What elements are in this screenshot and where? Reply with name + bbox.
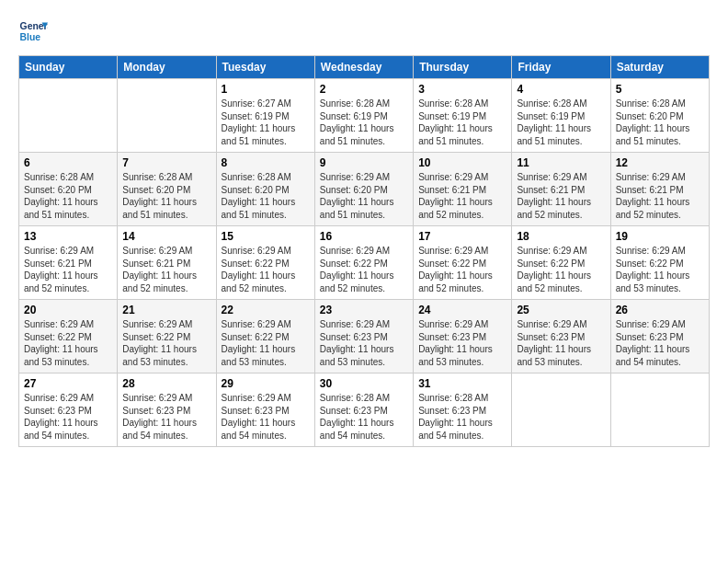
day-info: Sunrise: 6:28 AM Sunset: 6:19 PM Dayligh… <box>320 98 408 147</box>
day-cell: 13Sunrise: 6:29 AM Sunset: 6:21 PM Dayli… <box>19 226 118 300</box>
weekday-header-thursday: Thursday <box>414 56 512 79</box>
day-info: Sunrise: 6:29 AM Sunset: 6:20 PM Dayligh… <box>320 171 408 221</box>
day-cell <box>512 373 610 447</box>
day-info: Sunrise: 6:28 AM Sunset: 6:23 PM Dayligh… <box>320 392 408 442</box>
day-number: 19 <box>616 230 704 243</box>
day-cell: 3Sunrise: 6:28 AM Sunset: 6:19 PM Daylig… <box>414 79 512 153</box>
day-cell: 31Sunrise: 6:28 AM Sunset: 6:23 PM Dayli… <box>414 373 512 447</box>
day-number: 14 <box>122 230 210 243</box>
day-info: Sunrise: 6:29 AM Sunset: 6:23 PM Dayligh… <box>122 392 210 442</box>
day-info: Sunrise: 6:29 AM Sunset: 6:23 PM Dayligh… <box>517 318 605 368</box>
weekday-header-friday: Friday <box>512 56 610 79</box>
day-info: Sunrise: 6:29 AM Sunset: 6:23 PM Dayligh… <box>418 318 506 368</box>
day-info: Sunrise: 6:29 AM Sunset: 6:22 PM Dayligh… <box>222 245 310 294</box>
day-number: 5 <box>616 83 704 96</box>
day-info: Sunrise: 6:29 AM Sunset: 6:22 PM Dayligh… <box>222 318 310 368</box>
page: General Blue SundayMondayTuesdayWednesda… <box>0 0 728 563</box>
weekday-header-wednesday: Wednesday <box>314 56 413 79</box>
day-number: 27 <box>24 377 112 390</box>
weekday-header-row: SundayMondayTuesdayWednesdayThursdayFrid… <box>19 56 710 79</box>
logo: General Blue <box>18 17 48 46</box>
weekday-header-sunday: Sunday <box>19 56 118 79</box>
day-info: Sunrise: 6:29 AM Sunset: 6:23 PM Dayligh… <box>320 318 408 368</box>
day-cell: 19Sunrise: 6:29 AM Sunset: 6:22 PM Dayli… <box>610 226 709 300</box>
day-number: 6 <box>24 156 112 169</box>
day-number: 8 <box>222 156 310 169</box>
day-info: Sunrise: 6:29 AM Sunset: 6:23 PM Dayligh… <box>24 392 112 442</box>
day-cell: 15Sunrise: 6:29 AM Sunset: 6:22 PM Dayli… <box>216 226 314 300</box>
day-number: 2 <box>320 83 408 96</box>
day-info: Sunrise: 6:28 AM Sunset: 6:20 PM Dayligh… <box>24 171 112 221</box>
day-number: 20 <box>24 304 112 316</box>
calendar-table: SundayMondayTuesdayWednesdayThursdayFrid… <box>18 55 710 447</box>
day-cell: 17Sunrise: 6:29 AM Sunset: 6:22 PM Dayli… <box>414 226 512 300</box>
day-cell: 14Sunrise: 6:29 AM Sunset: 6:21 PM Dayli… <box>118 226 216 300</box>
day-number: 21 <box>122 304 210 316</box>
day-cell: 11Sunrise: 6:29 AM Sunset: 6:21 PM Dayli… <box>512 153 610 226</box>
day-number: 30 <box>320 377 408 390</box>
day-number: 1 <box>222 83 310 96</box>
day-cell: 29Sunrise: 6:29 AM Sunset: 6:23 PM Dayli… <box>216 373 314 447</box>
day-cell <box>19 79 118 153</box>
day-info: Sunrise: 6:29 AM Sunset: 6:23 PM Dayligh… <box>616 318 704 368</box>
day-number: 10 <box>418 156 506 169</box>
day-number: 18 <box>517 230 605 243</box>
day-cell: 21Sunrise: 6:29 AM Sunset: 6:22 PM Dayli… <box>118 300 216 373</box>
day-number: 22 <box>222 304 310 316</box>
day-number: 16 <box>320 230 408 243</box>
day-info: Sunrise: 6:28 AM Sunset: 6:19 PM Dayligh… <box>418 98 506 147</box>
day-cell: 23Sunrise: 6:29 AM Sunset: 6:23 PM Dayli… <box>314 300 413 373</box>
day-info: Sunrise: 6:29 AM Sunset: 6:22 PM Dayligh… <box>122 318 210 368</box>
weekday-header-tuesday: Tuesday <box>216 56 314 79</box>
weekday-header-monday: Monday <box>118 56 216 79</box>
day-info: Sunrise: 6:28 AM Sunset: 6:20 PM Dayligh… <box>616 98 704 147</box>
week-row-5: 27Sunrise: 6:29 AM Sunset: 6:23 PM Dayli… <box>19 373 710 447</box>
day-info: Sunrise: 6:28 AM Sunset: 6:20 PM Dayligh… <box>122 171 210 221</box>
day-cell: 28Sunrise: 6:29 AM Sunset: 6:23 PM Dayli… <box>118 373 216 447</box>
day-info: Sunrise: 6:29 AM Sunset: 6:23 PM Dayligh… <box>222 392 310 442</box>
week-row-2: 6Sunrise: 6:28 AM Sunset: 6:20 PM Daylig… <box>19 153 710 226</box>
day-cell: 1Sunrise: 6:27 AM Sunset: 6:19 PM Daylig… <box>216 79 314 153</box>
day-number: 15 <box>222 230 310 243</box>
day-cell: 18Sunrise: 6:29 AM Sunset: 6:22 PM Dayli… <box>512 226 610 300</box>
day-number: 24 <box>418 304 506 316</box>
day-number: 17 <box>418 230 506 243</box>
day-number: 12 <box>616 156 704 169</box>
day-cell: 26Sunrise: 6:29 AM Sunset: 6:23 PM Dayli… <box>610 300 709 373</box>
day-info: Sunrise: 6:29 AM Sunset: 6:22 PM Dayligh… <box>320 245 408 294</box>
day-cell: 27Sunrise: 6:29 AM Sunset: 6:23 PM Dayli… <box>19 373 118 447</box>
day-number: 23 <box>320 304 408 316</box>
day-info: Sunrise: 6:28 AM Sunset: 6:19 PM Dayligh… <box>517 98 605 147</box>
day-info: Sunrise: 6:29 AM Sunset: 6:22 PM Dayligh… <box>517 245 605 294</box>
day-cell: 7Sunrise: 6:28 AM Sunset: 6:20 PM Daylig… <box>118 153 216 226</box>
day-number: 31 <box>418 377 506 390</box>
week-row-4: 20Sunrise: 6:29 AM Sunset: 6:22 PM Dayli… <box>19 300 710 373</box>
day-cell: 10Sunrise: 6:29 AM Sunset: 6:21 PM Dayli… <box>414 153 512 226</box>
header: General Blue <box>18 17 710 46</box>
week-row-3: 13Sunrise: 6:29 AM Sunset: 6:21 PM Dayli… <box>19 226 710 300</box>
day-info: Sunrise: 6:29 AM Sunset: 6:22 PM Dayligh… <box>616 245 704 294</box>
day-cell: 5Sunrise: 6:28 AM Sunset: 6:20 PM Daylig… <box>610 79 709 153</box>
day-cell: 2Sunrise: 6:28 AM Sunset: 6:19 PM Daylig… <box>314 79 413 153</box>
logo-icon: General Blue <box>18 17 48 46</box>
day-number: 13 <box>24 230 112 243</box>
day-number: 25 <box>517 304 605 316</box>
day-cell: 4Sunrise: 6:28 AM Sunset: 6:19 PM Daylig… <box>512 79 610 153</box>
day-cell: 24Sunrise: 6:29 AM Sunset: 6:23 PM Dayli… <box>414 300 512 373</box>
day-cell: 25Sunrise: 6:29 AM Sunset: 6:23 PM Dayli… <box>512 300 610 373</box>
day-cell: 20Sunrise: 6:29 AM Sunset: 6:22 PM Dayli… <box>19 300 118 373</box>
day-cell: 12Sunrise: 6:29 AM Sunset: 6:21 PM Dayli… <box>610 153 709 226</box>
day-cell: 22Sunrise: 6:29 AM Sunset: 6:22 PM Dayli… <box>216 300 314 373</box>
day-cell <box>118 79 216 153</box>
day-number: 11 <box>517 156 605 169</box>
day-info: Sunrise: 6:29 AM Sunset: 6:21 PM Dayligh… <box>24 245 112 294</box>
day-cell: 8Sunrise: 6:28 AM Sunset: 6:20 PM Daylig… <box>216 153 314 226</box>
day-info: Sunrise: 6:29 AM Sunset: 6:21 PM Dayligh… <box>616 171 704 221</box>
day-number: 9 <box>320 156 408 169</box>
week-row-1: 1Sunrise: 6:27 AM Sunset: 6:19 PM Daylig… <box>19 79 710 153</box>
day-cell: 30Sunrise: 6:28 AM Sunset: 6:23 PM Dayli… <box>314 373 413 447</box>
day-number: 7 <box>122 156 210 169</box>
day-number: 28 <box>122 377 210 390</box>
day-info: Sunrise: 6:29 AM Sunset: 6:22 PM Dayligh… <box>418 245 506 294</box>
day-cell: 16Sunrise: 6:29 AM Sunset: 6:22 PM Dayli… <box>314 226 413 300</box>
